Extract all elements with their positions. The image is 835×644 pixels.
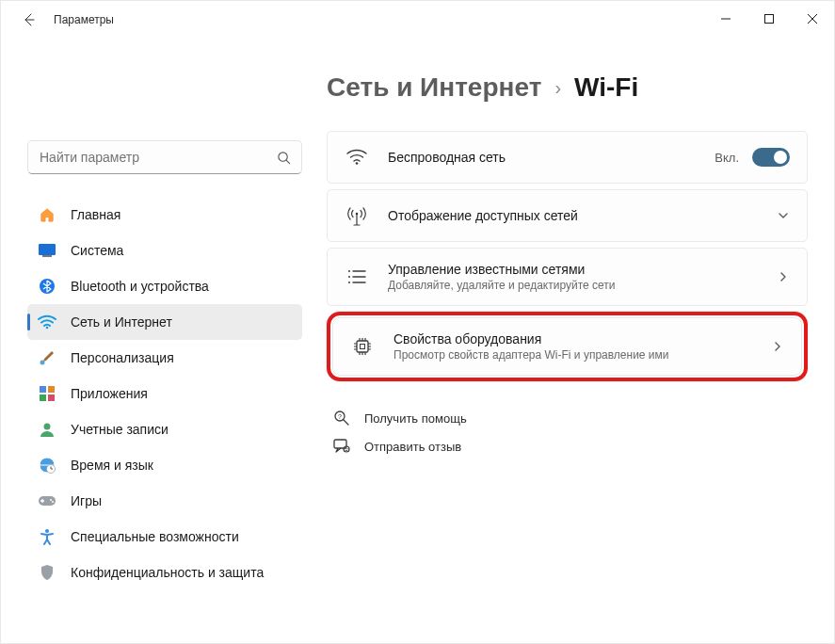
breadcrumb: Сеть и Интернет › Wi-Fi: [327, 72, 808, 103]
svg-point-21: [348, 276, 350, 278]
breadcrumb-parent[interactable]: Сеть и Интернет: [327, 72, 541, 103]
sidebar-item-personalization[interactable]: Персонализация: [27, 340, 302, 376]
toggle-state-label: Вкл.: [715, 151, 739, 165]
privacy-icon: [37, 562, 57, 583]
minimize-button[interactable]: [704, 1, 747, 37]
time-language-icon: [37, 455, 57, 475]
link-feedback[interactable]: Отправить отзыв: [327, 432, 808, 460]
svg-rect-7: [40, 386, 46, 393]
svg-point-1: [278, 152, 286, 160]
nav-list: Главная Система Bluetooth и устройства С…: [27, 197, 302, 590]
svg-point-22: [348, 282, 350, 283]
svg-point-18: [356, 162, 359, 165]
sidebar-item-home[interactable]: Главная: [27, 197, 302, 233]
sidebar-item-bluetooth[interactable]: Bluetooth и устройства: [27, 268, 302, 304]
sidebar-item-label: Система: [71, 243, 123, 258]
bluetooth-icon: [37, 276, 57, 297]
card-title: Отображение доступных сетей: [388, 208, 777, 223]
svg-rect-23: [357, 341, 368, 352]
card-available-networks[interactable]: Отображение доступных сетей: [327, 189, 808, 242]
sidebar-item-label: Bluetooth и устройства: [71, 279, 209, 294]
card-title: Свойства оборудования: [393, 331, 771, 346]
feedback-icon: [332, 437, 351, 456]
sidebar-item-apps[interactable]: Приложения: [27, 376, 302, 411]
search-icon: [275, 149, 292, 166]
wifi-icon: [345, 145, 369, 169]
svg-point-17: [45, 529, 49, 533]
sidebar-item-time-language[interactable]: Время и язык: [27, 447, 302, 483]
accounts-icon: [37, 419, 57, 440]
svg-rect-0: [765, 15, 774, 24]
sidebar-item-label: Приложения: [71, 386, 148, 401]
gaming-icon: [37, 491, 57, 511]
svg-point-16: [52, 501, 54, 503]
sidebar-item-accounts[interactable]: Учетные записи: [27, 411, 302, 447]
system-icon: [37, 240, 57, 261]
svg-point-20: [348, 270, 350, 272]
sidebar-item-label: Персонализация: [71, 350, 174, 365]
svg-rect-2: [39, 244, 56, 255]
svg-point-29: [345, 448, 345, 449]
chevron-down-icon: [777, 209, 790, 222]
card-title: Управление известными сетями: [388, 262, 777, 277]
sidebar-item-privacy[interactable]: Конфиденциальность и защита: [27, 555, 302, 590]
chevron-right-icon: [771, 340, 784, 353]
svg-rect-10: [48, 394, 55, 401]
svg-text:?: ?: [338, 413, 342, 420]
search-input[interactable]: [38, 149, 275, 166]
maximize-button[interactable]: [747, 1, 791, 37]
sidebar-item-label: Главная: [71, 207, 120, 222]
help-icon: ?: [332, 409, 351, 427]
svg-point-6: [40, 361, 45, 365]
sidebar-item-label: Игры: [71, 493, 102, 508]
sidebar-item-label: Сеть и Интернет: [71, 314, 172, 330]
svg-point-19: [356, 213, 359, 216]
chevron-right-icon: ›: [554, 77, 561, 99]
sidebar-item-network[interactable]: Сеть и Интернет: [27, 304, 302, 340]
chip-icon: [350, 334, 375, 359]
close-button[interactable]: [791, 1, 834, 37]
sidebar-item-label: Учетные записи: [71, 422, 169, 437]
settings-window: Параметры Главная Система: [0, 0, 835, 644]
main-content: Сеть и Интернет › Wi-Fi Беспроводная сет…: [302, 39, 808, 643]
window-controls: [704, 1, 834, 37]
svg-rect-8: [48, 386, 55, 393]
wireless-toggle[interactable]: [752, 148, 790, 167]
link-label: Отправить отзыв: [364, 440, 461, 454]
search-box[interactable]: [27, 140, 302, 174]
home-icon: [37, 204, 57, 225]
sidebar: Главная Система Bluetooth и устройства С…: [27, 39, 302, 643]
svg-rect-9: [40, 394, 46, 401]
sidebar-item-gaming[interactable]: Игры: [27, 483, 302, 519]
svg-point-30: [346, 448, 347, 449]
highlight-hardware-properties: Свойства оборудования Просмотр свойств а…: [327, 312, 808, 381]
svg-point-5: [46, 327, 49, 330]
svg-rect-24: [361, 345, 365, 349]
link-label: Получить помощь: [364, 411, 467, 426]
card-title: Беспроводная сеть: [388, 150, 715, 165]
sidebar-item-accessibility[interactable]: Специальные возможности: [27, 519, 302, 555]
sidebar-item-label: Время и язык: [71, 458, 153, 473]
sidebar-item-system[interactable]: Система: [27, 233, 302, 268]
card-known-networks[interactable]: Управление известными сетями Добавляйте,…: [327, 248, 808, 306]
chevron-right-icon: [777, 270, 790, 283]
apps-icon: [37, 383, 57, 404]
svg-point-11: [44, 424, 51, 430]
list-icon: [345, 265, 369, 289]
app-title: Параметры: [54, 13, 114, 26]
svg-rect-3: [42, 255, 52, 257]
breadcrumb-current: Wi-Fi: [574, 72, 638, 103]
card-subtitle: Просмотр свойств адаптера Wi-Fi и управл…: [393, 348, 771, 362]
back-button[interactable]: [14, 5, 44, 35]
card-wireless[interactable]: Беспроводная сеть Вкл.: [327, 131, 808, 184]
sidebar-item-label: Конфиденциальность и защита: [71, 565, 264, 580]
card-subtitle: Добавляйте, удаляйте и редактируйте сети: [388, 279, 777, 292]
title-bar: Параметры: [1, 1, 834, 39]
card-hardware-properties[interactable]: Свойства оборудования Просмотр свойств а…: [332, 317, 802, 376]
accessibility-icon: [37, 526, 57, 547]
link-get-help[interactable]: ? Получить помощь: [327, 404, 808, 432]
svg-point-15: [50, 499, 52, 501]
brush-icon: [37, 347, 57, 368]
wifi-icon: [37, 312, 57, 332]
antenna-icon: [345, 203, 369, 228]
